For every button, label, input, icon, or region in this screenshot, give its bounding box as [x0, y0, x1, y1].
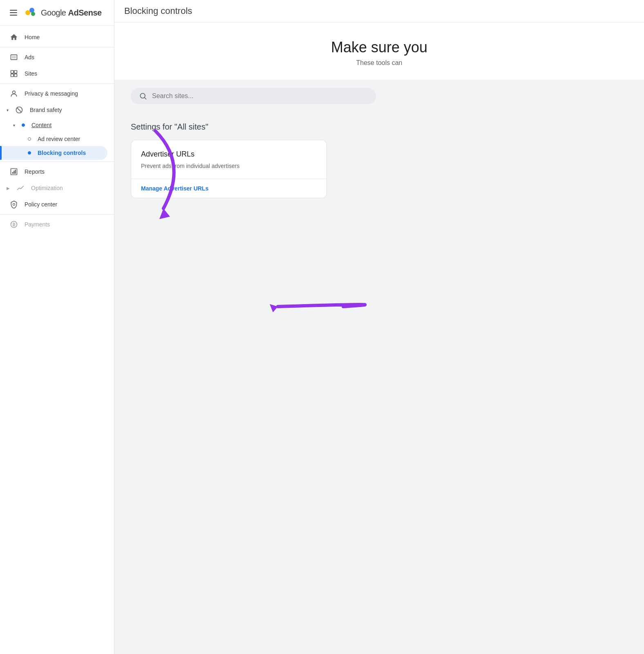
- blocking-controls-dot: [28, 151, 31, 155]
- svg-point-13: [13, 204, 15, 206]
- sidebar-item-brand-safety-label: Brand safety: [30, 107, 98, 113]
- sidebar-item-payments[interactable]: Payments: [0, 216, 107, 233]
- home-icon: [10, 33, 18, 41]
- sidebar-item-privacy-label: Privacy & messaging: [25, 90, 98, 97]
- svg-line-16: [145, 98, 146, 99]
- payments-icon: [10, 220, 18, 228]
- sidebar-item-reports-label: Reports: [25, 168, 98, 175]
- search-section: [114, 80, 644, 112]
- advertiser-urls-card: Advertiser URLs Prevent ads from individ…: [131, 140, 327, 198]
- svg-point-6: [13, 91, 16, 94]
- hero-section: Make sure you These tools can: [114, 22, 644, 80]
- sidebar-item-sites-label: Sites: [25, 70, 98, 77]
- ads-icon: [10, 53, 18, 61]
- policy-icon: [10, 200, 18, 208]
- svg-rect-2: [11, 71, 14, 74]
- optimization-icon: [16, 184, 25, 192]
- content-dot: [22, 123, 25, 127]
- topbar: Blocking controls: [114, 0, 644, 22]
- sidebar-item-blocking-controls[interactable]: Blocking controls: [0, 146, 107, 160]
- svg-rect-1: [12, 56, 16, 59]
- sidebar-item-ad-review-label: Ad review center: [38, 136, 98, 142]
- sidebar-item-ad-review[interactable]: Ad review center: [0, 132, 107, 146]
- sidebar: Google AdSense Home Ads: [0, 0, 114, 654]
- main-content: Blocking controls Make sure you These to…: [114, 0, 644, 654]
- logo-text: Google AdSense: [41, 8, 102, 18]
- svg-rect-12: [15, 170, 16, 174]
- search-bar: [131, 88, 376, 104]
- sidebar-item-sites[interactable]: Sites: [0, 65, 107, 82]
- sidebar-item-ads[interactable]: Ads: [0, 49, 107, 65]
- sidebar-item-payments-label: Payments: [25, 221, 98, 228]
- sidebar-item-privacy[interactable]: Privacy & messaging: [0, 85, 107, 102]
- sidebar-item-reports[interactable]: Reports: [0, 164, 107, 180]
- card-footer: Manage Advertiser URLs: [131, 179, 326, 198]
- search-icon: [139, 92, 147, 100]
- sidebar-item-ads-label: Ads: [25, 54, 98, 60]
- sidebar-item-home-label: Home: [25, 34, 98, 40]
- svg-rect-10: [12, 172, 13, 174]
- manage-advertiser-urls-link[interactable]: Manage Advertiser URLs: [141, 185, 208, 192]
- sidebar-item-home[interactable]: Home: [0, 29, 107, 45]
- sidebar-header: Google AdSense: [0, 0, 114, 26]
- sites-icon: [10, 69, 18, 78]
- menu-button[interactable]: [7, 7, 20, 19]
- card-title: Advertiser URLs: [141, 150, 317, 159]
- sidebar-item-optimization[interactable]: ▶ Optimization: [0, 180, 107, 196]
- card-description: Prevent ads from individual advertisers: [141, 162, 317, 170]
- content-area: Make sure you These tools can Settings f…: [114, 22, 644, 654]
- hero-title: Make sure you: [131, 39, 628, 56]
- svg-rect-4: [11, 74, 14, 77]
- privacy-icon: [10, 90, 18, 98]
- sidebar-item-policy[interactable]: Policy center: [0, 196, 107, 213]
- hero-subtitle: These tools can: [131, 59, 628, 67]
- sidebar-item-brand-safety[interactable]: ▾ Brand safety: [0, 102, 107, 118]
- optimization-expand-icon: ▶: [7, 186, 10, 190]
- search-input[interactable]: [152, 92, 368, 100]
- sidebar-item-policy-label: Policy center: [25, 201, 98, 208]
- svg-rect-5: [14, 74, 17, 77]
- page-title: Blocking controls: [124, 6, 192, 16]
- settings-section: Settings for "All sites" Advertiser URLs…: [114, 112, 644, 208]
- ad-review-dot: [28, 137, 31, 141]
- sidebar-item-optimization-label: Optimization: [31, 185, 98, 191]
- svg-rect-11: [13, 171, 15, 174]
- settings-label: Settings for "All sites": [131, 122, 628, 132]
- card-body: Advertiser URLs Prevent ads from individ…: [131, 140, 326, 179]
- logo: Google AdSense: [25, 8, 102, 18]
- sidebar-item-content[interactable]: ▾ Content: [0, 118, 107, 132]
- brand-safety-icon: [15, 106, 23, 114]
- expand-icon: ▾: [7, 108, 9, 112]
- reports-icon: [10, 168, 18, 176]
- svg-line-8: [17, 108, 22, 112]
- logo-icon: [25, 8, 38, 18]
- svg-rect-3: [14, 71, 17, 74]
- content-expand-icon: ▾: [13, 123, 15, 128]
- sidebar-item-blocking-controls-label: Blocking controls: [38, 150, 98, 156]
- nav-section: Home Ads Sites: [0, 26, 114, 236]
- sidebar-item-content-label: Content: [31, 122, 98, 128]
